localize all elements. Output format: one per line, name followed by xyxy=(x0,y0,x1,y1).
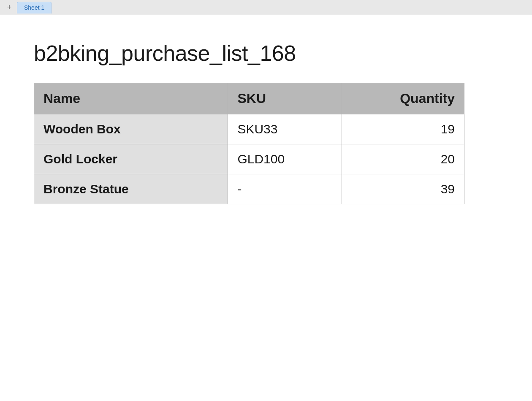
add-sheet-button[interactable]: + xyxy=(3,2,15,14)
sheet-tab[interactable]: Sheet 1 xyxy=(17,2,52,14)
cell-name: Gold Locker xyxy=(34,144,228,174)
cell-name: Wooden Box xyxy=(34,114,228,144)
cell-name: Bronze Statue xyxy=(34,174,228,204)
table-row: Wooden BoxSKU3319 xyxy=(34,114,464,144)
cell-quantity: 20 xyxy=(342,144,464,174)
cell-sku: - xyxy=(228,174,342,204)
table-row: Gold LockerGLD10020 xyxy=(34,144,464,174)
page-title: b2bking_purchase_list_168 xyxy=(34,41,296,66)
column-header-sku: SKU xyxy=(228,83,342,114)
table-header-row: Name SKU Quantity xyxy=(34,83,464,114)
column-header-name: Name xyxy=(34,83,228,114)
table-row: Bronze Statue-39 xyxy=(34,174,464,204)
cell-quantity: 19 xyxy=(342,114,464,144)
main-content: b2bking_purchase_list_168 Name SKU Quant… xyxy=(0,15,532,221)
purchase-list-table: Name SKU Quantity Wooden BoxSKU3319Gold … xyxy=(34,83,464,204)
column-header-quantity: Quantity xyxy=(342,83,464,114)
cell-sku: GLD100 xyxy=(228,144,342,174)
tab-bar: + Sheet 1 xyxy=(0,0,532,15)
cell-sku: SKU33 xyxy=(228,114,342,144)
cell-quantity: 39 xyxy=(342,174,464,204)
